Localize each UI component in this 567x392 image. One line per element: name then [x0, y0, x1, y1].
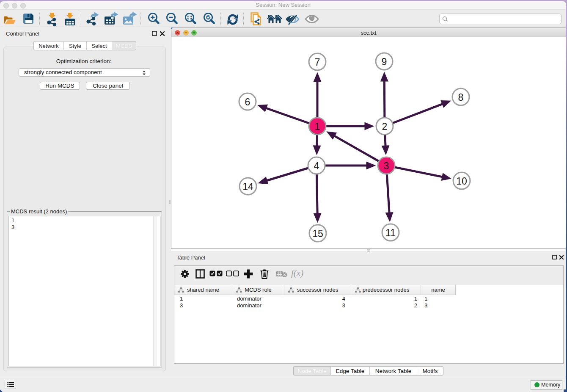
svg-text:9: 9 — [382, 56, 387, 67]
svg-text:15: 15 — [312, 228, 323, 239]
svg-text:4: 4 — [314, 160, 319, 171]
svg-text:8: 8 — [458, 92, 464, 103]
svg-text:3: 3 — [384, 160, 389, 171]
svg-text:6: 6 — [245, 97, 250, 108]
svg-text:14: 14 — [242, 181, 253, 192]
svg-text:7: 7 — [315, 57, 320, 68]
svg-text:1: 1 — [315, 121, 320, 132]
svg-text:11: 11 — [385, 227, 396, 238]
svg-text:2: 2 — [382, 121, 388, 132]
svg-text:10: 10 — [456, 176, 467, 187]
